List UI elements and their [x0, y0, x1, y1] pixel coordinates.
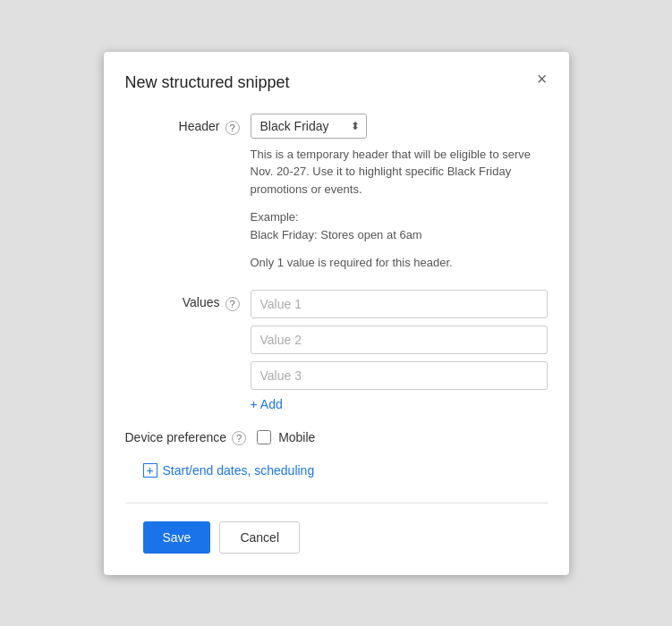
device-pref-label-text: Device preference — [125, 430, 227, 444]
values-help-icon[interactable]: ? — [225, 297, 240, 311]
dialog: New structured snippet × Header ? Black … — [104, 52, 569, 575]
value-input-2[interactable] — [251, 326, 548, 354]
values-row: Values ? + Add — [125, 290, 548, 411]
header-select-wrapper: Black Friday — [251, 114, 367, 139]
value-input-3[interactable] — [251, 361, 548, 390]
dialog-title: New structured snippet — [125, 73, 548, 92]
header-description: This is a temporary header that will be … — [251, 146, 548, 272]
device-pref-content: Mobile — [257, 430, 315, 444]
scheduling-row: + Start/end dates, scheduling — [125, 463, 548, 478]
header-row: Header ? Black Friday This is a temporar… — [125, 114, 548, 272]
mobile-label[interactable]: Mobile — [278, 430, 315, 444]
action-buttons: Save Cancel — [125, 521, 548, 554]
header-label: Header ? — [125, 114, 251, 135]
save-button[interactable]: Save — [143, 521, 211, 554]
header-example: Example: Black Friday: Stores open at 6a… — [251, 208, 548, 243]
values-label: Values ? — [125, 290, 251, 311]
header-example-value: Black Friday: Stores open at 6am — [251, 228, 422, 241]
values-content: + Add — [251, 290, 548, 411]
device-pref-label: Device preference ? — [125, 429, 258, 445]
value-input-1[interactable] — [251, 290, 548, 318]
device-pref-help-icon[interactable]: ? — [232, 431, 246, 445]
scheduling-link[interactable]: + Start/end dates, scheduling — [143, 463, 315, 478]
header-content: Black Friday This is a temporary header … — [251, 114, 548, 272]
header-required-note: Only 1 value is required for this header… — [251, 254, 548, 272]
mobile-checkbox[interactable] — [257, 430, 271, 444]
header-label-text: Header — [179, 119, 220, 133]
plus-icon: + — [143, 463, 157, 478]
device-preference-row: Device preference ? Mobile — [125, 429, 548, 445]
header-help-icon[interactable]: ? — [225, 121, 240, 135]
cancel-button[interactable]: Cancel — [219, 521, 300, 554]
values-inputs — [251, 290, 548, 390]
scheduling-link-text: Start/end dates, scheduling — [163, 463, 315, 478]
divider — [125, 503, 548, 503]
values-label-text: Values — [183, 295, 220, 309]
header-select[interactable]: Black Friday — [251, 114, 367, 139]
close-button[interactable]: × — [532, 68, 553, 89]
header-desc-line1: This is a temporary header that will be … — [251, 148, 532, 196]
add-value-link[interactable]: + Add — [251, 397, 283, 411]
header-example-label: Example: — [251, 210, 299, 224]
